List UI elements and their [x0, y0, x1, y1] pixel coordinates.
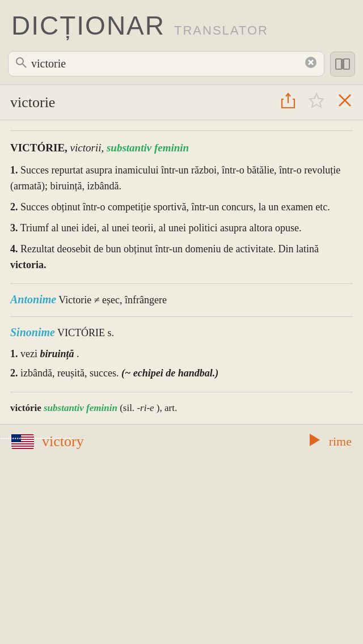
svg-marker-9 — [310, 94, 323, 107]
sinonime-header-word: VICTÓRIE s. — [57, 327, 114, 338]
word-title: victorie — [10, 94, 55, 111]
sinonime-label: Sinonime — [10, 326, 55, 338]
svg-rect-5 — [336, 59, 341, 69]
rime-label[interactable]: rime — [329, 434, 352, 449]
flag-icon: ★★★★★★★★★★★★★★★★★★★★★★★★★★★★★★★★★★★★★★★★… — [11, 434, 34, 449]
svg-point-0 — [16, 58, 23, 65]
definition-header: VICTÓRIE, victorii, substantiv feminin — [10, 140, 353, 156]
footer-pos: substantiv feminin — [44, 402, 117, 413]
definition-item-4: 4. Rezultat deosebit de bun obținut într… — [10, 241, 353, 274]
svg-marker-12 — [310, 434, 320, 446]
svg-line-1 — [23, 64, 26, 67]
bottom-translation: victory — [42, 433, 301, 450]
search-icon — [15, 57, 27, 71]
clear-icon[interactable] — [305, 56, 317, 71]
app-title-translator: TRANSLATOR — [174, 23, 268, 38]
play-icon[interactable] — [309, 433, 321, 451]
definition-section: VICTÓRIE, victorii, substantiv feminin 1… — [10, 130, 353, 283]
search-input-wrapper[interactable] — [8, 51, 324, 77]
sinonime-section: Sinonime VICTÓRIE s. 1. vezi biruință . … — [10, 316, 353, 392]
footer-def-section: victórie substantiv feminin (sil. -ri-e … — [10, 392, 353, 423]
share-icon[interactable] — [280, 92, 296, 113]
entry-inflection: victorii, — [70, 142, 104, 154]
search-input[interactable] — [31, 57, 300, 70]
search-bar — [0, 46, 363, 84]
app-header: DICȚIONAR TRANSLATOR — [0, 0, 363, 46]
word-actions — [280, 92, 353, 113]
close-icon[interactable] — [337, 92, 353, 112]
antonime-section: Antonime Victorie ≠ eșec, înfrângere — [10, 283, 353, 316]
sinonime-item-2: 2. izbândă, reușită, succes. (~ echipei … — [10, 365, 353, 382]
app-title-dictionar: DICȚIONAR — [11, 10, 165, 41]
word-header: victorie — [0, 84, 363, 120]
main-content: VICTÓRIE, victorii, substantiv feminin 1… — [0, 120, 363, 424]
definition-item-2: 2. Succes obținut într-o competiție spor… — [10, 199, 353, 215]
svg-rect-6 — [344, 59, 349, 69]
antonime-label: Antonime — [10, 293, 56, 306]
definition-item-3: 3. Triumf al unei idei, al unei teorii, … — [10, 220, 353, 236]
bottom-bar: ★★★★★★★★★★★★★★★★★★★★★★★★★★★★★★★★★★★★★★★★… — [0, 424, 363, 459]
book-icon[interactable] — [330, 52, 355, 77]
star-icon[interactable] — [309, 92, 324, 112]
sinonime-item-1: 1. vezi biruință . — [10, 346, 353, 362]
footer-word: victórie — [10, 402, 41, 413]
entry-word: VICTÓRIE, — [10, 142, 67, 154]
definition-item-1: 1. Succes repurtat asupra inamicului înt… — [10, 162, 353, 195]
entry-pos: substantiv feminin — [107, 142, 189, 154]
sinonime-header-row: Sinonime VICTÓRIE s. — [10, 325, 353, 341]
antonime-text: Victorie ≠ eșec, înfrângere — [58, 294, 167, 306]
